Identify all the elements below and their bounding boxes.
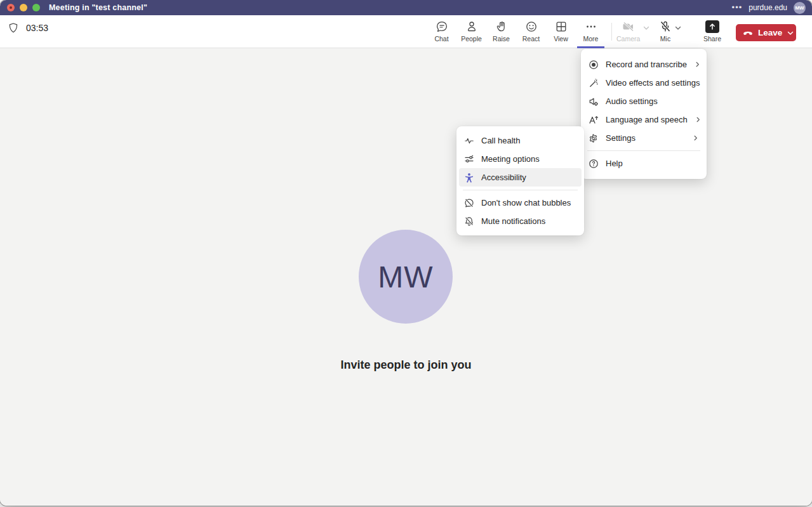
shield-icon <box>8 22 19 34</box>
menu-item-audio-settings[interactable]: Audio settings <box>581 92 707 110</box>
view-label: View <box>554 35 568 43</box>
menu-item-settings[interactable]: Settings <box>581 129 707 147</box>
record-icon <box>589 60 599 70</box>
more-button[interactable]: More <box>576 15 606 48</box>
react-button[interactable]: React <box>516 15 546 48</box>
zoom-button[interactable] <box>32 4 40 11</box>
mic-control: Mic <box>659 15 684 48</box>
hang-up-icon <box>742 27 754 39</box>
audio-settings-icon <box>589 96 599 107</box>
menu-divider <box>463 190 578 190</box>
account-avatar[interactable]: MW <box>794 2 806 14</box>
toolbar-center-group: Chat People Raise React <box>427 15 606 48</box>
submenu-chevron-icon <box>694 61 701 68</box>
settings-gear-icon <box>589 133 599 143</box>
meeting-toolbar: 03:53 Chat People Raise <box>0 15 812 48</box>
account-domain: purdue.edu <box>749 3 787 12</box>
view-button[interactable]: View <box>546 15 576 48</box>
menu-item-accessibility[interactable]: Accessibility <box>459 168 582 187</box>
chat-bubble-off-icon <box>464 198 474 208</box>
menu-item-video-effects[interactable]: Video effects and settings <box>581 74 707 92</box>
menu-item-help[interactable]: Help <box>581 154 707 173</box>
camera-control: Camera <box>616 15 653 48</box>
close-button[interactable] <box>7 4 15 11</box>
window-title: Meeting in "test channel" <box>49 3 147 12</box>
chat-icon <box>436 20 448 33</box>
menu-divider <box>587 150 700 151</box>
help-icon <box>589 159 599 169</box>
meeting-timer: 03:53 <box>8 22 48 34</box>
camera-toggle-button[interactable]: Camera <box>616 15 640 43</box>
invite-message: Invite people to join you <box>0 359 812 372</box>
bell-off-icon <box>464 216 474 227</box>
menu-item-mute-notifications[interactable]: Mute notifications <box>456 212 584 230</box>
mic-toggle-button[interactable]: Mic <box>659 15 672 43</box>
menu-item-record-and-transcribe[interactable]: Record and transcribe <box>581 55 707 74</box>
participant-avatar: MW <box>359 230 453 324</box>
people-label: People <box>461 35 482 43</box>
raise-hand-icon <box>495 20 508 33</box>
camera-off-icon <box>622 20 636 33</box>
raise-label: Raise <box>493 35 510 43</box>
people-icon <box>465 20 478 33</box>
menu-item-dont-show-chat-bubbles[interactable]: Don't show chat bubbles <box>456 194 584 212</box>
share-screen-icon <box>705 20 719 33</box>
more-label: More <box>583 35 599 43</box>
camera-label: Camera <box>616 35 640 43</box>
people-button[interactable]: People <box>456 15 486 48</box>
more-menu: Record and transcribe Video effects and … <box>581 49 707 179</box>
leave-button[interactable]: Leave <box>736 24 796 41</box>
mic-label: Mic <box>660 35 670 43</box>
menu-item-call-health[interactable]: Call health <box>456 131 584 150</box>
camera-options-chevron-icon[interactable] <box>640 15 653 41</box>
titlebar: Meeting in "test channel" ••• purdue.edu… <box>0 0 812 15</box>
toolbar-separator <box>611 23 612 41</box>
meeting-options-icon <box>464 154 474 164</box>
menu-item-language-and-speech[interactable]: Language and speech <box>581 110 707 129</box>
leave-label: Leave <box>758 28 782 37</box>
mic-muted-icon <box>659 20 672 33</box>
minimize-button[interactable] <box>20 4 27 11</box>
view-grid-icon <box>555 20 568 33</box>
submenu-chevron-icon <box>692 135 699 142</box>
teams-meeting-window: Meeting in "test channel" ••• purdue.edu… <box>0 0 812 506</box>
leave-options-chevron-icon[interactable] <box>782 29 799 37</box>
chat-button[interactable]: Chat <box>427 15 456 48</box>
mic-options-chevron-icon[interactable] <box>672 15 684 41</box>
video-effects-icon <box>589 78 599 88</box>
accessibility-icon <box>464 173 474 183</box>
overflow-menu-icon[interactable]: ••• <box>732 4 743 11</box>
menu-item-meeting-options[interactable]: Meeting options <box>456 150 584 168</box>
share-label: Share <box>703 35 721 43</box>
more-submenu: Call health Meeting options Accessibilit… <box>456 126 584 235</box>
submenu-chevron-icon <box>695 116 702 123</box>
react-label: React <box>522 35 540 43</box>
traffic-lights <box>7 4 40 11</box>
call-health-icon <box>464 136 474 146</box>
raise-hand-button[interactable]: Raise <box>486 15 516 48</box>
language-speech-icon <box>589 115 599 125</box>
react-smiley-icon <box>525 20 538 33</box>
chat-label: Chat <box>434 35 448 43</box>
more-ellipsis-icon <box>585 20 597 33</box>
timer-value: 03:53 <box>26 23 48 33</box>
share-button[interactable]: Share <box>701 15 724 48</box>
